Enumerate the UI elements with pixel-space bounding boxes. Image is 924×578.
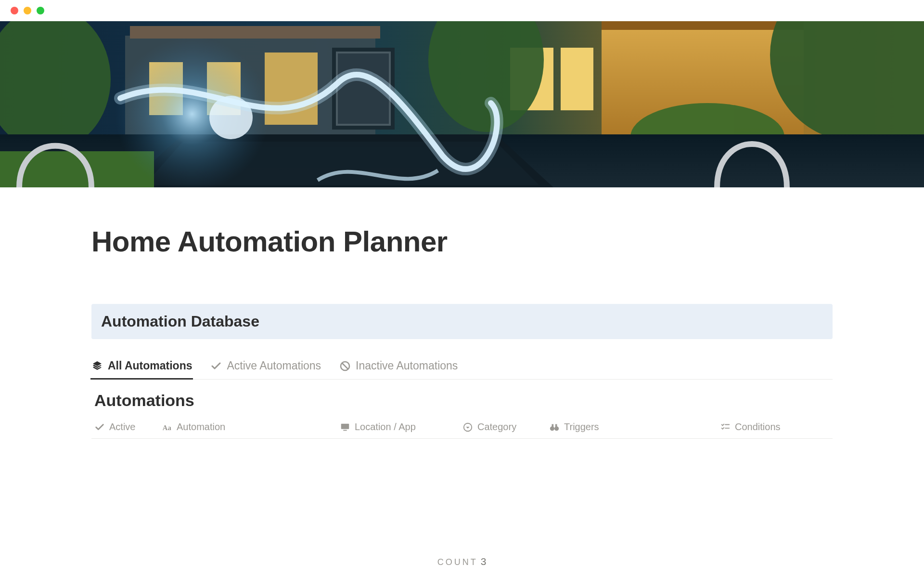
tab-all-automations[interactable]: All Automations [91,359,192,379]
tab-label: Active Automations [227,359,321,372]
minimize-window-button[interactable] [24,7,31,14]
maximize-window-button[interactable] [37,7,44,14]
cover-image[interactable] [0,21,924,187]
table-header: Active Aa Automation Location / App Cate… [91,421,833,439]
database-tabs: All Automations Active Automations Inact… [91,359,833,380]
window-chrome [0,0,924,21]
column-header-automation[interactable]: Aa Automation [162,421,340,433]
footer-value: 3 [481,556,487,567]
svg-point-27 [550,426,554,431]
binoculars-icon [549,422,560,433]
prohibit-icon [339,360,351,372]
close-window-button[interactable] [11,7,18,14]
svg-rect-29 [552,424,554,427]
column-header-triggers[interactable]: Triggers [549,421,720,433]
svg-rect-9 [602,21,804,30]
stack-icon [91,360,103,372]
checklist-icon [720,422,731,433]
callout-title: Automation Database [101,313,823,330]
column-header-location[interactable]: Location / App [340,421,462,433]
column-label: Conditions [735,421,781,433]
svg-text:Aa: Aa [163,423,172,431]
callout-automation-database[interactable]: Automation Database [91,304,833,339]
check-icon [210,360,222,372]
svg-line-22 [342,363,348,369]
title-icon: Aa [162,422,172,433]
svg-point-28 [554,426,559,431]
column-header-category[interactable]: Category [462,421,549,433]
column-label: Automation [177,421,225,433]
column-label: Active [109,421,135,433]
footer-label: COUNT [437,557,478,567]
svg-rect-11 [561,48,593,110]
select-icon [462,422,473,433]
tab-inactive-automations[interactable]: Inactive Automations [339,359,458,379]
column-label: Location / App [355,421,416,433]
svg-rect-30 [555,424,557,427]
column-label: Category [477,421,516,433]
page-content: Home Automation Planner Automation Datab… [0,225,924,439]
tab-label: All Automations [108,359,192,372]
column-header-conditions[interactable]: Conditions [720,421,833,433]
footer-count: COUNT3 [0,556,924,567]
column-label: Triggers [564,421,599,433]
column-header-active[interactable]: Active [94,421,162,433]
tab-active-automations[interactable]: Active Automations [210,359,321,379]
svg-rect-24 [341,423,349,429]
check-icon [94,422,105,433]
tab-label: Inactive Automations [356,359,458,372]
page-title: Home Automation Planner [91,225,833,258]
section-title-automations: Automations [91,391,833,410]
monitor-icon [340,422,350,433]
svg-rect-25 [343,430,346,431]
